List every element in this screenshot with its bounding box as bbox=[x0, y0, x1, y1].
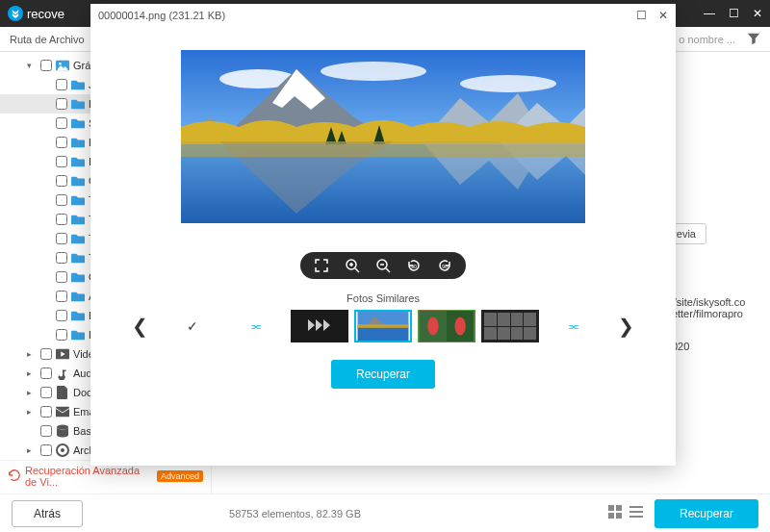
item-checkbox[interactable] bbox=[56, 271, 67, 283]
svg-point-17 bbox=[321, 62, 426, 81]
folder-icon bbox=[71, 252, 85, 264]
app-window-controls: — ☐ ✕ bbox=[704, 7, 762, 20]
zoom-out-icon[interactable] bbox=[375, 258, 391, 273]
svg-point-1 bbox=[59, 63, 62, 65]
svg-rect-28 bbox=[358, 324, 409, 328]
thumb-broken-1[interactable]: ⫘ bbox=[227, 310, 285, 342]
item-checkbox[interactable] bbox=[56, 233, 67, 244]
item-checkbox[interactable] bbox=[56, 310, 67, 321]
thumbnail-row: ❮ ⫘ ⫘ ❯ bbox=[90, 310, 676, 342]
svg-rect-11 bbox=[629, 506, 643, 508]
zoom-in-icon[interactable] bbox=[345, 258, 360, 273]
folder-icon bbox=[71, 214, 85, 225]
thumb-broken-2[interactable]: ⫘ bbox=[545, 310, 603, 342]
modal-title: 00000014.png (231.21 KB) bbox=[98, 10, 225, 21]
item-checkbox[interactable] bbox=[56, 137, 67, 148]
svg-rect-12 bbox=[629, 511, 643, 513]
app-brand: recove bbox=[27, 7, 64, 21]
zoom-toolbar: 90 90 bbox=[300, 252, 466, 279]
broken-link-icon: ⫘ bbox=[568, 319, 579, 333]
item-checkbox[interactable] bbox=[56, 156, 67, 167]
svg-point-4 bbox=[57, 425, 68, 430]
svg-rect-21 bbox=[181, 141, 585, 157]
folder-icon bbox=[71, 98, 85, 110]
preview-image bbox=[181, 50, 585, 223]
caret-right-icon[interactable]: ▸ bbox=[27, 407, 37, 417]
caret-right-icon[interactable]: ▸ bbox=[27, 368, 37, 378]
rotate-left-icon[interactable]: 90 bbox=[406, 258, 422, 273]
image-folder-icon bbox=[56, 60, 69, 71]
audio-icon bbox=[56, 367, 69, 379]
thumb-parrot[interactable] bbox=[418, 310, 475, 342]
maximize-icon[interactable]: ☐ bbox=[729, 7, 739, 20]
thumb-gallery[interactable] bbox=[481, 310, 539, 342]
item-checkbox[interactable] bbox=[56, 291, 67, 302]
group-checkbox[interactable] bbox=[40, 406, 52, 418]
item-checkbox[interactable] bbox=[56, 194, 67, 206]
group-checkbox[interactable] bbox=[40, 60, 52, 71]
thumb-checked[interactable] bbox=[164, 310, 221, 342]
folder-icon bbox=[71, 137, 85, 148]
folder-icon bbox=[71, 117, 85, 129]
back-button[interactable]: Atrás bbox=[12, 500, 83, 527]
reload-icon bbox=[8, 469, 21, 484]
svg-rect-7 bbox=[608, 505, 614, 511]
archive-icon bbox=[56, 444, 69, 456]
thumb-wondershare-logo[interactable] bbox=[291, 310, 348, 342]
group-checkbox[interactable] bbox=[40, 444, 52, 456]
fit-screen-icon[interactable] bbox=[314, 258, 329, 273]
folder-icon bbox=[71, 175, 85, 187]
advanced-badge: Advanced bbox=[157, 470, 203, 482]
preview-modal: 00000014.png (231.21 KB) ☐ ✕ bbox=[90, 4, 676, 466]
search-input[interactable]: o nombre ... bbox=[679, 34, 741, 45]
recover-button[interactable]: Recuperar bbox=[654, 499, 758, 528]
grid-view-icon[interactable] bbox=[608, 505, 622, 521]
modal-recover-button[interactable]: Recuperar bbox=[331, 360, 435, 389]
folder-icon bbox=[71, 271, 85, 283]
close-icon[interactable]: ✕ bbox=[753, 7, 762, 20]
item-checkbox[interactable] bbox=[56, 175, 67, 187]
app-logo: recove bbox=[8, 6, 64, 21]
caret-right-icon[interactable]: ▸ bbox=[27, 349, 37, 359]
database-icon bbox=[56, 425, 69, 437]
svg-point-31 bbox=[427, 317, 438, 336]
logo-icon bbox=[8, 6, 23, 21]
modal-maximize-icon[interactable]: ☐ bbox=[636, 9, 647, 22]
group-checkbox[interactable] bbox=[40, 425, 52, 437]
mail-icon bbox=[56, 406, 69, 418]
prev-arrow-icon[interactable]: ❮ bbox=[122, 315, 158, 338]
svg-point-32 bbox=[454, 317, 465, 336]
group-checkbox[interactable] bbox=[40, 387, 52, 398]
filter-icon[interactable] bbox=[747, 32, 760, 47]
next-arrow-icon[interactable]: ❯ bbox=[608, 315, 644, 338]
modal-close-icon[interactable]: ✕ bbox=[658, 9, 668, 22]
caret-down-icon[interactable]: ▾ bbox=[27, 61, 37, 70]
item-checkbox[interactable] bbox=[56, 214, 67, 225]
folder-icon bbox=[71, 329, 85, 341]
svg-text:90: 90 bbox=[411, 264, 417, 269]
document-icon bbox=[56, 387, 69, 398]
group-checkbox[interactable] bbox=[40, 348, 52, 360]
item-checkbox[interactable] bbox=[56, 329, 67, 341]
item-checkbox[interactable] bbox=[56, 117, 67, 129]
svg-rect-9 bbox=[608, 513, 614, 519]
svg-rect-27 bbox=[358, 327, 409, 341]
list-view-icon[interactable] bbox=[629, 505, 643, 521]
video-icon bbox=[56, 348, 69, 360]
caret-right-icon[interactable]: ▸ bbox=[27, 445, 37, 455]
item-checkbox[interactable] bbox=[56, 252, 67, 264]
thumb-current[interactable] bbox=[354, 310, 412, 342]
svg-rect-13 bbox=[629, 516, 643, 518]
svg-point-6 bbox=[61, 448, 64, 452]
caret-right-icon[interactable]: ▸ bbox=[27, 388, 37, 397]
broken-link-icon: ⫘ bbox=[250, 319, 262, 333]
rotate-right-icon[interactable]: 90 bbox=[437, 258, 452, 273]
svg-rect-8 bbox=[616, 505, 622, 511]
group-checkbox[interactable] bbox=[40, 367, 52, 379]
path-label: Ruta de Archivo bbox=[10, 34, 85, 45]
app-footer: Atrás 58753 elementos, 82.39 GB Recupera… bbox=[0, 494, 770, 532]
item-checkbox[interactable] bbox=[56, 98, 67, 110]
item-checkbox[interactable] bbox=[56, 79, 67, 90]
minimize-icon[interactable]: — bbox=[704, 7, 715, 20]
folder-icon bbox=[71, 79, 85, 90]
